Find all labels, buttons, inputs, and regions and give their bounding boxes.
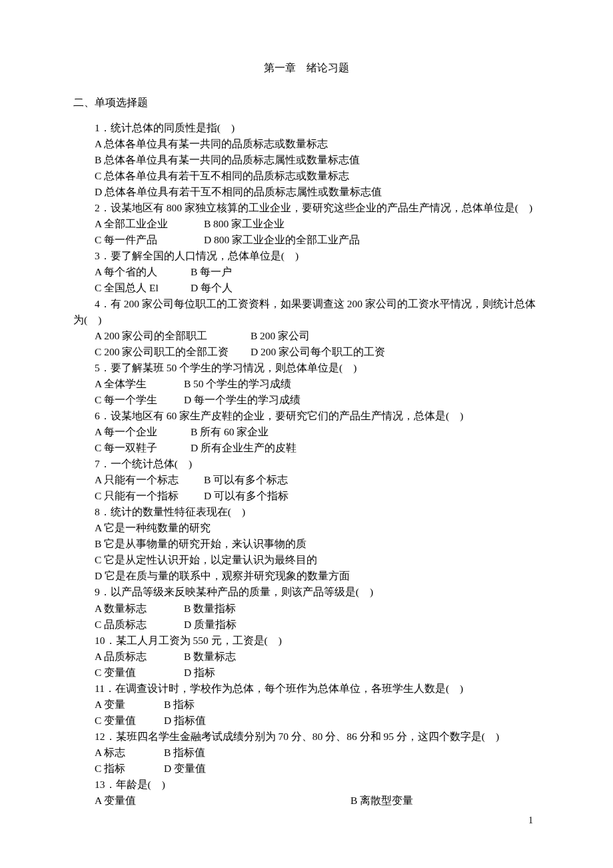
question-option: B 它是从事物量的研究开始，来认识事物的质 bbox=[95, 536, 540, 552]
question-stem: 5．要了解某班 50 个学生的学习情况，则总体单位是( ) bbox=[95, 360, 540, 376]
question-option: A 每一个企业 bbox=[95, 424, 188, 440]
question-option: D 它是在质与量的联系中，观察并研究现象的数量方面 bbox=[95, 568, 540, 584]
question-stem: 9．以产品等级来反映某种产品的质量，则该产品等级是( ) bbox=[95, 584, 540, 600]
document-page: 第一章 绪论习题 二、单项选择题 1．统计总体的同质性是指( ) A 总体各单位… bbox=[0, 0, 613, 848]
question-option: B 每一户 bbox=[191, 264, 232, 280]
question-option-row: A 每个省的人 B 每一户 bbox=[95, 264, 540, 280]
question-option-row: A 标志 B 指标值 bbox=[95, 745, 540, 761]
question-option: C 200 家公司职工的全部工资 bbox=[95, 344, 248, 360]
question-option: B 指标 bbox=[164, 697, 195, 713]
question-option: A 总体各单位具有某一共同的品质标志或数量标志 bbox=[95, 136, 540, 152]
question-option: B 所有 60 家企业 bbox=[191, 424, 269, 440]
chapter-title: 第一章 绪论习题 bbox=[73, 60, 540, 76]
question-stem: 2．设某地区有 800 家独立核算的工业企业，要研究这些企业的产品生产情况，总体… bbox=[95, 200, 540, 216]
question-option-row: A 品质标志 B 数量标志 bbox=[95, 649, 540, 665]
question-stem: 6．设某地区有 60 家生产皮鞋的企业，要研究它们的产品生产情况，总体是( ) bbox=[95, 408, 540, 424]
question-option: D 800 家工业企业的全部工业产品 bbox=[204, 232, 360, 248]
question-option: B 200 家公司 bbox=[251, 328, 310, 344]
question-option-row: A 数量标志 B 数量指标 bbox=[95, 601, 540, 617]
question-option: B 800 家工业企业 bbox=[204, 216, 285, 232]
question-option-row: C 每一双鞋子 D 所有企业生产的皮鞋 bbox=[95, 440, 540, 456]
question-stem-continuation: 为( ) bbox=[73, 312, 540, 328]
question-option-row: A 变量 B 指标 bbox=[95, 697, 540, 713]
question-option: B 50 个学生的学习成绩 bbox=[184, 376, 292, 392]
question-option-row: C 只能有一个指标 D 可以有多个指标 bbox=[95, 488, 540, 504]
question-option: C 指标 bbox=[95, 761, 161, 777]
question-option: D 可以有多个指标 bbox=[204, 488, 289, 504]
question-option: D 指标 bbox=[184, 665, 215, 681]
question-stem: 8．统计的数量性特征表现在( ) bbox=[95, 504, 540, 520]
question-option: B 离散型变量 bbox=[350, 793, 413, 809]
question-option: B 可以有多个标志 bbox=[204, 472, 288, 488]
question-option: B 指标值 bbox=[164, 745, 205, 761]
question-option: C 它是从定性认识开始，以定量认识为最终目的 bbox=[95, 552, 540, 568]
question-option-row: A 全体学生 B 50 个学生的学习成绩 bbox=[95, 376, 540, 392]
question-option: C 每一件产品 bbox=[95, 232, 201, 248]
question-option: D 指标值 bbox=[164, 713, 206, 729]
question-option-row: C 指标 D 变量值 bbox=[95, 761, 540, 777]
question-option: B 数量指标 bbox=[184, 601, 236, 617]
question-option-row: C 全国总人 El D 每个人 bbox=[95, 280, 540, 296]
question-stem: 11．在调查设计时，学校作为总体，每个班作为总体单位，各班学生人数是( ) bbox=[95, 681, 540, 697]
question-option: C 只能有一个指标 bbox=[95, 488, 201, 504]
question-stem: 7．一个统计总体( ) bbox=[95, 456, 540, 472]
question-option: D 每一个学生的学习成绩 bbox=[184, 392, 301, 408]
question-option: D 总体各单位具有若干互不相同的品质标志属性或数量标志值 bbox=[95, 184, 540, 200]
question-option-row: C 品质标志 D 质量指标 bbox=[95, 617, 540, 633]
question-option: D 质量指标 bbox=[184, 617, 237, 633]
question-stem: 12．某班四名学生金融考试成绩分别为 70 分、80 分、86 分和 95 分，… bbox=[95, 729, 540, 745]
question-option-row: A 只能有一个标志 B 可以有多个标志 bbox=[95, 472, 540, 488]
question-option-row: C 每一件产品 D 800 家工业企业的全部工业产品 bbox=[95, 232, 540, 248]
question-option: A 只能有一个标志 bbox=[95, 472, 201, 488]
question-list-cont: A 200 家公司的全部职工 B 200 家公司 C 200 家公司职工的全部工… bbox=[73, 328, 540, 808]
question-option: C 全国总人 El bbox=[95, 280, 188, 296]
question-stem: 1．统计总体的同质性是指( ) bbox=[95, 120, 540, 136]
question-stem: 3．要了解全国的人口情况，总体单位是( ) bbox=[95, 248, 540, 264]
question-stem: 10．某工人月工资为 550 元，工资是( ) bbox=[95, 633, 540, 649]
question-stem: 13．年龄是( ) bbox=[95, 777, 540, 793]
question-option-row: A 变量值 B 离散型变量 bbox=[95, 793, 540, 809]
question-option: C 每一个学生 bbox=[95, 392, 181, 408]
question-option: D 变量值 bbox=[164, 761, 206, 777]
question-option: D 200 家公司每个职工的工资 bbox=[251, 344, 385, 360]
question-option: C 总体各单位具有若干互不相同的品质标志或数量标志 bbox=[95, 168, 540, 184]
question-option: A 标志 bbox=[95, 745, 161, 761]
question-option: B 总体各单位具有某一共同的品质标志属性或数量标志值 bbox=[95, 152, 540, 168]
question-option: A 数量标志 bbox=[95, 601, 181, 617]
question-option-row: A 200 家公司的全部职工 B 200 家公司 bbox=[95, 328, 540, 344]
question-option: B 数量标志 bbox=[184, 649, 236, 665]
page-number: 1 bbox=[528, 813, 533, 828]
question-option: A 全体学生 bbox=[95, 376, 181, 392]
question-list: 1．统计总体的同质性是指( ) A 总体各单位具有某一共同的品质标志或数量标志 … bbox=[73, 120, 540, 312]
question-option-row: A 每一个企业 B 所有 60 家企业 bbox=[95, 424, 540, 440]
question-option: A 全部工业企业 bbox=[95, 216, 201, 232]
question-option: C 变量值 bbox=[95, 665, 181, 681]
question-option: A 它是一种纯数量的研究 bbox=[95, 520, 540, 536]
question-stem: 4．有 200 家公司每位职工的工资资料，如果要调查这 200 家公司的工资水平… bbox=[95, 296, 540, 312]
section-heading: 二、单项选择题 bbox=[73, 95, 540, 111]
question-option-row: A 全部工业企业 B 800 家工业企业 bbox=[95, 216, 540, 232]
question-option: A 品质标志 bbox=[95, 649, 181, 665]
question-option: C 品质标志 bbox=[95, 617, 181, 633]
question-option-row: C 变量值 D 指标 bbox=[95, 665, 540, 681]
question-option: A 变量值 bbox=[95, 793, 348, 809]
question-option: D 每个人 bbox=[191, 280, 233, 296]
question-option: C 变量值 bbox=[95, 713, 161, 729]
question-option-row: C 每一个学生 D 每一个学生的学习成绩 bbox=[95, 392, 540, 408]
question-option-row: C 200 家公司职工的全部工资 D 200 家公司每个职工的工资 bbox=[95, 344, 540, 360]
question-option: C 每一双鞋子 bbox=[95, 440, 188, 456]
question-option: D 所有企业生产的皮鞋 bbox=[191, 440, 297, 456]
question-option-row: C 变量值 D 指标值 bbox=[95, 713, 540, 729]
question-option: A 200 家公司的全部职工 bbox=[95, 328, 248, 344]
question-option: A 每个省的人 bbox=[95, 264, 188, 280]
question-option: A 变量 bbox=[95, 697, 161, 713]
